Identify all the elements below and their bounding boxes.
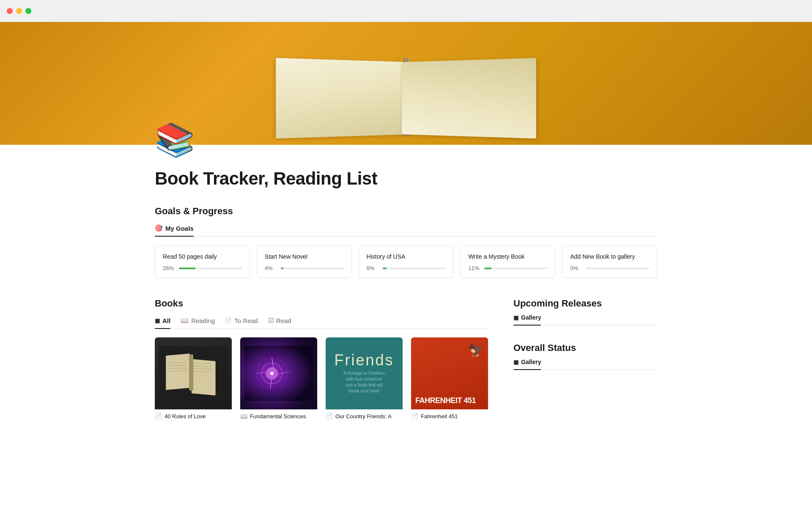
goal-progress-1: 4% bbox=[265, 265, 344, 271]
goal-bar-bg-0 bbox=[179, 268, 242, 269]
books-section: Books ▦ All 📖 Reading 📄 To Read ☑ Read bbox=[155, 298, 488, 420]
book-cover-svg-1 bbox=[244, 342, 313, 405]
book-page-right bbox=[402, 58, 536, 139]
svg-rect-2 bbox=[192, 359, 216, 395]
goal-bar-bg-3 bbox=[484, 268, 547, 269]
tab-to-read-label: To Read bbox=[234, 317, 258, 324]
book-title-2: Our Country Friends: A bbox=[335, 413, 392, 420]
book-type-icon-1: 📖 bbox=[240, 413, 247, 420]
goal-pct-2: 6% bbox=[367, 265, 379, 271]
tab-read[interactable]: ☑ Read bbox=[268, 317, 291, 329]
tab-reading[interactable]: 📖 Reading bbox=[181, 317, 215, 329]
tab-all[interactable]: ▦ All bbox=[155, 317, 170, 329]
book-type-icon-0: 📄 bbox=[155, 413, 162, 420]
svg-point-20 bbox=[270, 372, 274, 375]
right-sidebar: Upcoming Releases ▦ Gallery Overall Stat… bbox=[513, 298, 657, 420]
goal-title-3: Write a Mystery Book bbox=[468, 253, 547, 260]
goal-progress-2: 6% bbox=[367, 265, 446, 271]
page-content: 📚 Book Tracker, Reading List Goals & Pro… bbox=[114, 145, 698, 420]
gallery-icon-upcoming: ▦ bbox=[513, 315, 518, 321]
overall-gallery-tab[interactable]: ▦ Gallery bbox=[513, 359, 541, 370]
close-button[interactable] bbox=[7, 8, 13, 14]
books-heading: Books bbox=[155, 298, 488, 309]
goal-pct-3: 11% bbox=[468, 265, 481, 271]
goal-bar-bg-2 bbox=[383, 268, 446, 269]
books-grid: 📄 40 Rules of Love bbox=[155, 337, 488, 420]
goal-title-2: History of USA bbox=[367, 253, 446, 260]
page-title: Book Tracker, Reading List bbox=[155, 168, 657, 189]
book-title-1: Fundamental Sciences bbox=[250, 413, 306, 420]
book-info-3: 📄 Fahrenheit 451 bbox=[411, 409, 488, 420]
goal-bar-fill-3 bbox=[484, 268, 491, 269]
goal-card-1[interactable]: Start New Novel 4% bbox=[257, 245, 352, 278]
goal-card-2[interactable]: History of USA 6% bbox=[359, 245, 454, 278]
goal-card-3[interactable]: Write a Mystery Book 11% bbox=[460, 245, 555, 278]
tab-my-goals[interactable]: 🎯 My Goals bbox=[155, 224, 194, 236]
goal-bar-bg-1 bbox=[281, 268, 344, 269]
goal-pct-0: 26% bbox=[163, 265, 176, 271]
svg-rect-1 bbox=[166, 353, 190, 390]
book-info-0: 📄 40 Rules of Love bbox=[155, 409, 232, 420]
gallery-icon-overall: ▦ bbox=[513, 359, 518, 365]
goal-card-4[interactable]: Add New Book to gallery 0% bbox=[562, 245, 657, 278]
book-card-2[interactable]: Friends A homage to Chekhovwith four rom… bbox=[326, 337, 403, 420]
book-type-icon-2: 📄 bbox=[326, 413, 333, 420]
book-card-0[interactable]: 📄 40 Rules of Love bbox=[155, 337, 232, 420]
goal-title-4: Add New Book to gallery bbox=[570, 253, 649, 260]
tab-all-label: All bbox=[162, 317, 170, 324]
goal-pct-1: 4% bbox=[265, 265, 277, 271]
book-cover-3: 🦅 Fahrenheit 451 bbox=[411, 337, 488, 409]
book-tabs-bar: ▦ All 📖 Reading 📄 To Read ☑ Read bbox=[155, 317, 488, 329]
hero-banner bbox=[0, 22, 812, 145]
read-icon: ☑ bbox=[268, 317, 274, 324]
upcoming-tab-bar: ▦ Gallery bbox=[513, 314, 657, 326]
hero-book-visual bbox=[258, 52, 554, 136]
tab-reading-label: Reading bbox=[191, 317, 215, 324]
book-title-3: Fahrenheit 451 bbox=[421, 413, 458, 420]
goals-tabs-bar: 🎯 My Goals bbox=[155, 224, 657, 237]
book-type-icon-3: 📄 bbox=[411, 413, 418, 420]
svg-rect-12 bbox=[244, 346, 313, 401]
book-page-left bbox=[276, 58, 410, 139]
book-card-1[interactable]: 📖 Fundamental Sciences bbox=[240, 337, 317, 420]
tab-read-label: Read bbox=[276, 317, 291, 324]
fahrenheit-bird-icon: 🦅 bbox=[468, 342, 484, 359]
main-content-row: Books ▦ All 📖 Reading 📄 To Read ☑ Read bbox=[155, 298, 657, 420]
book-title-0: 40 Rules of Love bbox=[165, 413, 206, 420]
friends-title-text: Friends bbox=[334, 353, 394, 368]
goal-pct-4: 0% bbox=[570, 265, 583, 271]
overall-heading: Overall Status bbox=[513, 342, 657, 353]
upcoming-section: Upcoming Releases ▦ Gallery bbox=[513, 298, 657, 326]
book-cover-2: Friends A homage to Chekhovwith four rom… bbox=[326, 337, 403, 409]
svg-rect-3 bbox=[189, 354, 193, 390]
friends-subtitle-text: A homage to Chekhovwith four romancesand… bbox=[343, 370, 385, 394]
book-cover-0 bbox=[155, 337, 232, 409]
book-info-2: 📄 Our Country Friends: A bbox=[326, 409, 403, 420]
book-info-1: 📖 Fundamental Sciences bbox=[240, 409, 317, 420]
goal-bar-fill-0 bbox=[179, 268, 195, 269]
goal-bar-bg-4 bbox=[586, 268, 649, 269]
tab-to-read[interactable]: 📄 To Read bbox=[225, 317, 258, 329]
fullscreen-button[interactable] bbox=[25, 8, 31, 14]
page-icon-wrapper: 📚 bbox=[155, 124, 193, 162]
overall-gallery-label: Gallery bbox=[521, 359, 541, 365]
goal-bar-fill-2 bbox=[383, 268, 387, 269]
goal-bar-fill-1 bbox=[281, 268, 283, 269]
goal-progress-0: 26% bbox=[163, 265, 242, 271]
upcoming-gallery-tab[interactable]: ▦ Gallery bbox=[513, 314, 541, 325]
goals-grid: Read 50 pages daily 26% Start New Novel … bbox=[155, 245, 657, 278]
goals-section: Goals & Progress 🎯 My Goals Read 50 page… bbox=[155, 206, 657, 278]
all-icon: ▦ bbox=[155, 318, 160, 324]
minimize-button[interactable] bbox=[16, 8, 22, 14]
goals-icon: 🎯 bbox=[155, 224, 163, 232]
goal-card-0[interactable]: Read 50 pages daily 26% bbox=[155, 245, 250, 278]
fahrenheit-title-text: Fahrenheit 451 bbox=[415, 397, 476, 405]
goals-heading: Goals & Progress bbox=[155, 206, 657, 217]
book-card-3[interactable]: 🦅 Fahrenheit 451 📄 Fahrenheit 451 bbox=[411, 337, 488, 420]
goal-progress-3: 11% bbox=[468, 265, 547, 271]
bookshelf-icon: 📚 bbox=[155, 124, 193, 162]
reading-icon: 📖 bbox=[181, 317, 189, 324]
book-cover-1 bbox=[240, 337, 317, 409]
overall-tab-bar: ▦ Gallery bbox=[513, 359, 657, 370]
book-cover-svg-0 bbox=[159, 342, 228, 405]
